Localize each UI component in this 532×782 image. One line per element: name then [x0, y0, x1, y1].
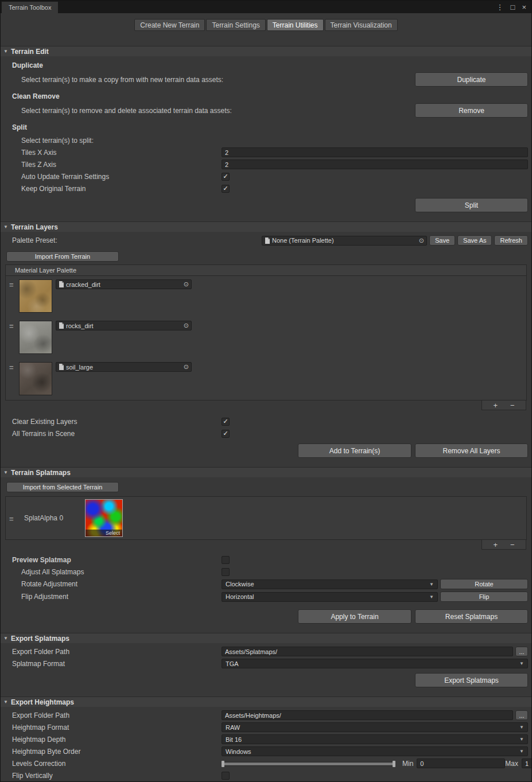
chevron-down-icon: ▼: [519, 725, 524, 730]
reset-splatmaps-button[interactable]: Reset Splatmaps: [415, 609, 528, 624]
chevron-down-icon: ▼: [519, 661, 524, 666]
export-heightmaps-header[interactable]: ▼ Export Heightmaps: [1, 697, 531, 707]
window-tab[interactable]: Terrain Toolbox: [2, 2, 58, 13]
remove-all-layers-button[interactable]: Remove All Layers: [415, 443, 528, 458]
layer-thumbnail-rocks-dirt[interactable]: [19, 321, 52, 354]
layer-row[interactable]: = rocks_dirt ⊙: [6, 317, 526, 359]
asset-icon: [265, 238, 270, 244]
splatmap-export-path-input[interactable]: [222, 647, 513, 656]
drag-handle-icon[interactable]: =: [9, 281, 19, 289]
heightmap-byte-order-label: Heightmap Byte Order: [12, 748, 222, 756]
layer-thumbnail-cracked-dirt[interactable]: [19, 279, 52, 313]
preview-splatmap-label: Preview Splatmap: [12, 556, 222, 564]
heightmap-byte-order-dropdown[interactable]: Windows ▼: [222, 746, 528, 756]
keep-original-checkbox[interactable]: ✓: [222, 185, 230, 193]
splatmap-format-dropdown[interactable]: TGA ▼: [222, 659, 528, 668]
rotate-adjustment-dropdown[interactable]: Clockwise ▼: [222, 579, 438, 589]
browse-button[interactable]: ...: [515, 647, 528, 656]
menu-icon[interactable]: ⋮: [496, 3, 504, 11]
layer-object-field[interactable]: soil_large ⊙: [56, 362, 192, 372]
auto-update-checkbox[interactable]: ✓: [222, 173, 230, 181]
flip-vertically-label: Flip Vertically: [12, 772, 222, 780]
object-picker-icon[interactable]: ⊙: [181, 363, 189, 371]
duplicate-button[interactable]: Duplicate: [415, 72, 528, 87]
tab-terrain-visualization[interactable]: Terrain Visualization: [325, 19, 398, 31]
layer-row[interactable]: = cracked_dirt ⊙: [6, 276, 526, 317]
save-as-button[interactable]: Save As: [457, 235, 492, 246]
tiles-x-label: Tiles X Axis: [12, 149, 222, 157]
terrain-layers-header[interactable]: ▼ Terrain Layers: [1, 221, 531, 232]
layer-row[interactable]: = soil_large ⊙: [6, 359, 526, 400]
heightmap-export-path-row: Export Folder Path ...: [1, 710, 531, 720]
select-button[interactable]: Select: [86, 530, 122, 536]
preview-splatmap-checkbox[interactable]: [222, 556, 230, 564]
tiles-z-input[interactable]: [222, 159, 528, 169]
export-splatmaps-header[interactable]: ▼ Export Splatmaps: [1, 633, 531, 643]
tab-terrain-utilities[interactable]: Terrain Utilities: [267, 19, 324, 31]
splatmap-row[interactable]: = SplatAlpha 0 Select: [6, 497, 526, 539]
refresh-button[interactable]: Refresh: [494, 235, 528, 246]
save-button[interactable]: Save: [429, 235, 455, 246]
remove-splatmap-button[interactable]: −: [510, 541, 515, 548]
add-splatmap-button[interactable]: +: [493, 541, 498, 548]
all-terrains-row: All Terrains in Scene ✓: [1, 429, 531, 438]
palette-preset-label: Palette Preset:: [12, 236, 262, 244]
levels-correction-slider[interactable]: [222, 760, 395, 768]
adjust-all-checkbox[interactable]: [222, 568, 230, 576]
slider-max-handle[interactable]: [393, 761, 395, 767]
check-mark-icon: ✓: [223, 185, 228, 192]
layer-object-field[interactable]: rocks_dirt ⊙: [56, 321, 192, 330]
layer-name: soil_large: [66, 364, 93, 371]
add-to-terrains-button[interactable]: Add to Terrain(s): [298, 443, 411, 458]
flip-adjustment-label: Flip Adjustment: [12, 593, 222, 601]
all-terrains-label: All Terrains in Scene: [12, 430, 222, 438]
palette-preset-field[interactable]: None (Terrain Palette) ⊙: [262, 236, 427, 246]
slider-min-handle[interactable]: [222, 761, 224, 767]
clear-existing-label: Clear Existing Layers: [12, 418, 222, 426]
flip-button[interactable]: Flip: [440, 592, 528, 602]
drag-handle-icon[interactable]: =: [9, 363, 19, 372]
terrain-edit-header[interactable]: ▼ Terrain Edit: [1, 46, 531, 56]
remove-layer-button[interactable]: −: [510, 402, 515, 409]
heightmap-depth-dropdown[interactable]: Bit 16 ▼: [222, 734, 528, 744]
levels-correction-label: Levels Correction: [12, 760, 222, 768]
close-icon[interactable]: ×: [522, 3, 526, 11]
object-picker-icon[interactable]: ⊙: [181, 322, 189, 329]
max-input[interactable]: [522, 758, 532, 768]
layer-name: cracked_dirt: [66, 281, 100, 288]
import-from-selected-terrain-button[interactable]: Import from Selected Terrain: [6, 482, 119, 492]
import-from-terrain-button[interactable]: Import From Terrain: [6, 251, 119, 262]
object-picker-icon[interactable]: ⊙: [181, 281, 189, 288]
add-layer-button[interactable]: +: [493, 402, 498, 409]
min-label: Min: [402, 760, 413, 768]
splatmap-thumbnail[interactable]: Select: [85, 499, 123, 537]
export-splatmaps-button[interactable]: Export Splatmaps: [415, 673, 528, 687]
flip-adjustment-dropdown[interactable]: Horizontal ▼: [222, 592, 438, 602]
rotate-button[interactable]: Rotate: [440, 579, 528, 589]
terrain-splatmaps-header[interactable]: ▼ Terrain Splatmaps: [1, 467, 531, 477]
drag-handle-icon[interactable]: =: [9, 515, 19, 523]
tab-create-new-terrain[interactable]: Create New Terrain: [134, 19, 205, 31]
flip-vertically-checkbox[interactable]: [222, 772, 230, 780]
min-input[interactable]: [417, 758, 505, 768]
apply-to-terrain-button[interactable]: Apply to Terrain: [298, 609, 411, 624]
remove-button[interactable]: Remove: [415, 103, 528, 118]
check-mark-icon: ✓: [223, 173, 228, 180]
split-button[interactable]: Split: [415, 198, 528, 212]
maximize-icon[interactable]: □: [511, 3, 515, 11]
layer-thumbnail-soil-large[interactable]: [19, 362, 52, 395]
tiles-x-input[interactable]: [222, 147, 528, 157]
clear-existing-checkbox[interactable]: ✓: [222, 418, 230, 426]
duplicate-subheader-row: Duplicate: [1, 60, 531, 70]
drag-handle-icon[interactable]: =: [9, 322, 19, 330]
foldout-arrow-icon: ▼: [3, 470, 11, 475]
browse-button[interactable]: ...: [515, 710, 528, 720]
all-terrains-checkbox[interactable]: ✓: [222, 430, 230, 438]
layer-list-footer-buttons: + −: [481, 400, 526, 410]
tab-terrain-settings[interactable]: Terrain Settings: [206, 19, 265, 31]
heightmap-format-dropdown[interactable]: RAW ▼: [222, 722, 528, 732]
heightmap-export-path-input[interactable]: [222, 710, 513, 720]
object-picker-icon[interactable]: ⊙: [416, 237, 424, 244]
tiles-x-row: Tiles X Axis: [1, 147, 531, 157]
layer-object-field[interactable]: cracked_dirt ⊙: [56, 279, 192, 289]
